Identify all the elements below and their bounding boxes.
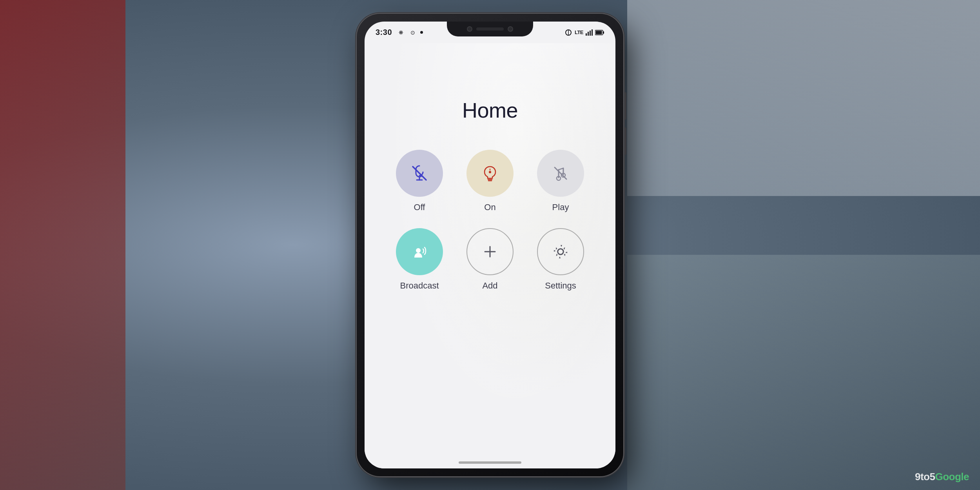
broadcast-icon-circle: [396, 228, 443, 275]
gear-icon: [550, 241, 571, 262]
screen-content: Home Off: [365, 43, 615, 468]
play-icon-circle: [537, 150, 584, 197]
off-label: Off: [414, 202, 425, 212]
page-title: Home: [462, 98, 518, 122]
shortcut-broadcast[interactable]: Broadcast: [390, 228, 449, 291]
svg-rect-7: [596, 31, 602, 34]
status-right-icons: LTE: [564, 29, 604, 36]
notch: [447, 22, 533, 36]
volume-down-button[interactable]: [624, 127, 626, 155]
on-icon-circle: [466, 150, 514, 197]
svg-point-20: [416, 248, 421, 253]
broadcast-icon: [409, 241, 430, 262]
svg-point-14: [489, 171, 491, 173]
add-icon-circle: [466, 228, 514, 275]
svg-rect-8: [603, 31, 604, 34]
shortcut-on[interactable]: On: [461, 150, 519, 212]
svg-line-19: [559, 168, 563, 170]
signal-icon: [564, 29, 572, 36]
scene-right-bottom-bg: [627, 255, 980, 490]
phone-screen: 3:30 ❋ ⊙ LTE: [365, 22, 615, 468]
plus-icon: [479, 241, 501, 262]
settings-label: Settings: [545, 281, 576, 291]
signal-bars-icon: [586, 29, 593, 36]
scene-right-top-bg: [627, 0, 980, 196]
svg-point-25: [559, 250, 562, 253]
volume-up-button[interactable]: [624, 92, 626, 120]
lightbulb-icon: [479, 163, 501, 184]
music-off-icon: [550, 163, 571, 184]
battery-icon: [595, 30, 604, 35]
lte-icon: LTE: [575, 29, 583, 35]
broadcast-label: Broadcast: [400, 281, 439, 291]
front-camera: [467, 26, 472, 32]
add-label: Add: [482, 281, 497, 291]
status-notification-icons: ❋ ⊙: [397, 28, 423, 37]
mic-off-icon: [409, 163, 430, 184]
home-indicator: [459, 461, 521, 464]
off-icon-circle: [396, 150, 443, 197]
play-label: Play: [552, 202, 569, 212]
shortcut-play[interactable]: Play: [531, 150, 590, 212]
phone-wrapper: 3:30 ❋ ⊙ LTE: [357, 14, 623, 476]
svg-rect-4: [590, 31, 591, 36]
settings-icon-circle: [537, 228, 584, 275]
svg-point-24: [558, 249, 564, 255]
watermark: 9to5Google: [915, 471, 969, 483]
speaker-grille: [476, 27, 504, 31]
notification-dot: [420, 31, 423, 34]
on-label: On: [484, 202, 495, 212]
shortcut-off[interactable]: Off: [390, 150, 449, 212]
status-time: 3:30: [376, 28, 392, 37]
svg-rect-5: [592, 29, 593, 36]
svg-rect-2: [586, 33, 587, 36]
shortcut-grid: Off On: [390, 150, 590, 291]
notification-icon-2: ⊙: [408, 28, 417, 37]
shortcut-settings[interactable]: Settings: [531, 228, 590, 291]
shortcut-add[interactable]: Add: [461, 228, 519, 291]
scene-left-bg: [0, 0, 125, 490]
front-camera-2: [508, 26, 513, 32]
notification-icon-1: ❋: [397, 28, 405, 37]
phone-outer: 3:30 ❋ ⊙ LTE: [357, 14, 623, 476]
svg-rect-3: [588, 32, 589, 36]
